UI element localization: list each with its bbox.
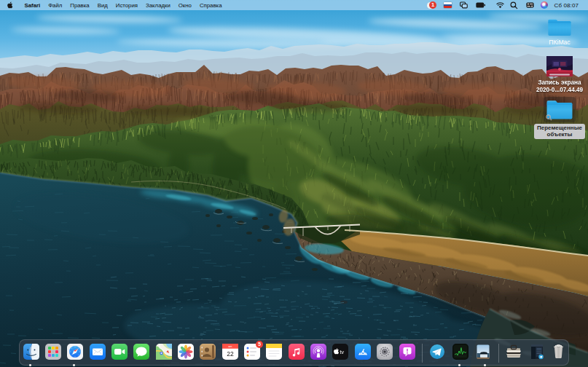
svg-text:22: 22 — [227, 350, 234, 358]
svg-text:tv: tv — [340, 350, 345, 355]
svg-text:авг.: авг. — [228, 345, 232, 348]
